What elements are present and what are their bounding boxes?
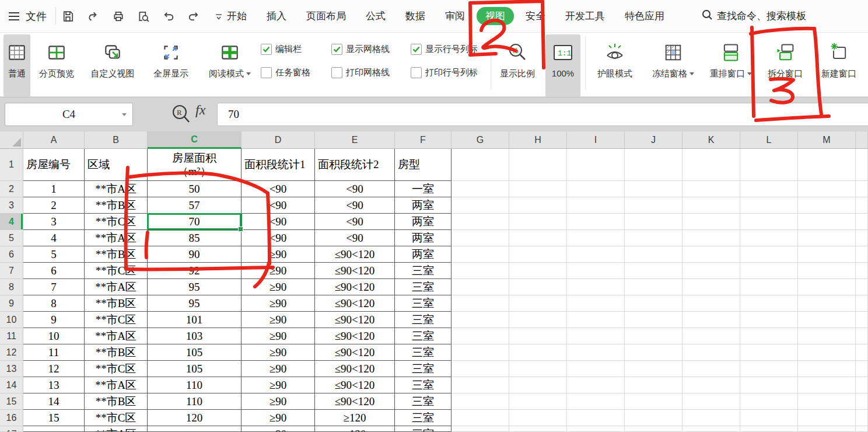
cell-H7[interactable] [509, 263, 567, 279]
cell-X1[interactable] [856, 149, 868, 181]
cell-J5[interactable] [625, 230, 682, 246]
cell-A9[interactable]: 8 [23, 295, 85, 312]
view-button-阅读模式[interactable]: 阅读模式 [201, 34, 259, 97]
column-header-D[interactable]: D [242, 131, 315, 149]
cell-A16[interactable]: 15 [23, 410, 85, 426]
cell-I5[interactable] [567, 230, 625, 246]
cell-L13[interactable] [740, 361, 798, 377]
cell-A12[interactable]: 11 [23, 344, 85, 361]
cell-F1[interactable]: 房型 [395, 149, 452, 181]
cell-X5[interactable] [856, 230, 868, 246]
name-box-caret-icon[interactable] [122, 113, 127, 116]
cell-L16[interactable] [740, 410, 798, 426]
cell-K9[interactable] [682, 295, 740, 312]
cell-H2[interactable] [509, 181, 567, 197]
cell-E9[interactable]: ≤90<120 [315, 295, 395, 312]
cell-A11[interactable]: 10 [23, 328, 85, 344]
row-header-11[interactable]: 11 [0, 328, 23, 344]
cell-L14[interactable] [740, 377, 798, 393]
column-header-F[interactable]: F [395, 131, 452, 149]
select-all-corner[interactable] [0, 131, 23, 149]
cell-H10[interactable] [509, 312, 567, 328]
cell-H15[interactable] [509, 393, 567, 410]
cell-A10[interactable]: 9 [23, 312, 85, 328]
window-button-重排窗口[interactable]: 重排窗口 [704, 34, 758, 97]
command-search[interactable]: 查找命令、搜索模板 [702, 0, 806, 32]
cell-A13[interactable]: 12 [23, 361, 85, 377]
window-button-新建窗口[interactable]: 新建窗口 [812, 34, 866, 97]
cell-A7[interactable]: 6 [23, 263, 85, 279]
cell-E7[interactable]: ≤90<120 [315, 263, 395, 279]
cell-B1[interactable]: 区域 [85, 149, 148, 181]
cell-F8[interactable]: 三室 [395, 279, 452, 295]
cell-A17[interactable] [23, 426, 85, 432]
cell-E6[interactable]: ≤90<120 [315, 246, 395, 263]
cell-M16[interactable] [798, 410, 856, 426]
cell-L10[interactable] [740, 312, 798, 328]
cell-G7[interactable] [452, 263, 509, 279]
cell-E2[interactable]: <90 [315, 181, 395, 197]
cell-H9[interactable] [509, 295, 567, 312]
cell-G6[interactable] [452, 246, 509, 263]
cell-B10[interactable]: **市C区 [85, 312, 148, 328]
cell-L3[interactable] [740, 197, 798, 214]
selection-fill-handle[interactable] [238, 227, 243, 232]
cell-F14[interactable]: 三室 [395, 377, 452, 393]
window-button-拆分窗口[interactable]: 拆分窗口 [760, 34, 811, 97]
output-icon[interactable] [87, 10, 100, 23]
cell-E1[interactable]: 面积段统计2 [315, 149, 395, 181]
cell-E5[interactable]: <90 [315, 230, 395, 246]
view-button-自定义视图[interactable]: 自定义视图 [84, 34, 141, 97]
cell-M12[interactable] [798, 344, 856, 361]
cell-F12[interactable]: 三室 [395, 344, 452, 361]
cell-G10[interactable] [452, 312, 509, 328]
magnifier-icon[interactable]: R [171, 104, 191, 127]
cell-E17[interactable]: ≥120 [315, 426, 395, 432]
cell-K16[interactable] [682, 410, 740, 426]
cell-B12[interactable]: **市B区 [85, 344, 148, 361]
cell-C1[interactable]: 房屋面积 （m²） [148, 149, 242, 181]
cell-M9[interactable] [798, 295, 856, 312]
cell-I7[interactable] [567, 263, 625, 279]
cell-M3[interactable] [798, 197, 856, 214]
menu-tab-页面布局[interactable]: 页面布局 [296, 6, 356, 26]
cell-I4[interactable] [567, 214, 625, 230]
cell-L5[interactable] [740, 230, 798, 246]
cell-I8[interactable] [567, 279, 625, 295]
column-header-partial[interactable] [856, 131, 868, 149]
checkbox-icon[interactable] [411, 67, 422, 78]
cell-G1[interactable] [452, 149, 509, 181]
cell-K13[interactable] [682, 361, 740, 377]
row-header-15[interactable]: 15 [0, 393, 23, 410]
cell-A6[interactable]: 5 [23, 246, 85, 263]
hamburger-menu-icon[interactable] [8, 0, 20, 32]
cell-I16[interactable] [567, 410, 625, 426]
cell-G14[interactable] [452, 377, 509, 393]
row-header-8[interactable]: 8 [0, 279, 23, 295]
cell-F13[interactable]: 三室 [395, 361, 452, 377]
zoom-scale-button[interactable]: % 显示比例 [494, 34, 541, 97]
cell-J16[interactable] [625, 410, 682, 426]
cell-C10[interactable]: 101 [148, 312, 242, 328]
cell-J12[interactable] [625, 344, 682, 361]
cell-H17[interactable] [509, 426, 567, 432]
checkbox-icon[interactable] [331, 67, 342, 78]
cell-D9[interactable]: ≥90 [242, 295, 315, 312]
view-button-全屏显示[interactable]: 全屏显示 [145, 34, 197, 97]
cell-X12[interactable] [856, 344, 868, 361]
cell-L9[interactable] [740, 295, 798, 312]
cell-C5[interactable]: 85 [148, 230, 242, 246]
cell-F5[interactable]: 两室 [395, 230, 452, 246]
cell-L2[interactable] [740, 181, 798, 197]
cell-K15[interactable] [682, 393, 740, 410]
column-header-C[interactable]: C [148, 131, 242, 149]
cell-X9[interactable] [856, 295, 868, 312]
cell-D5[interactable]: <90 [242, 230, 315, 246]
row-header-3[interactable]: 3 [0, 197, 23, 214]
menu-tab-开发工具[interactable]: 开发工具 [555, 6, 615, 26]
cell-D3[interactable]: <90 [242, 197, 315, 214]
cell-G15[interactable] [452, 393, 509, 410]
name-box[interactable]: C4 [5, 103, 133, 126]
cell-I10[interactable] [567, 312, 625, 328]
cell-M14[interactable] [798, 377, 856, 393]
